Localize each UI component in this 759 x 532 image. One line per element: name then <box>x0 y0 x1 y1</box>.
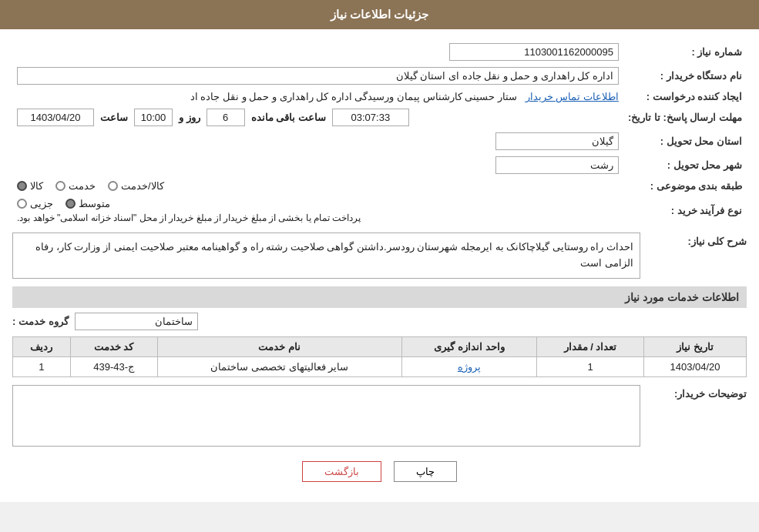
shahr-label: شهر محل تحویل : <box>623 153 747 177</box>
toseeh-label: توضیحات خریدار: <box>646 385 747 400</box>
tabaqe-kala-radio[interactable] <box>17 181 27 191</box>
grohe-khedmat-row: ساختمان گروه خدمت : <box>12 313 747 330</box>
tabaqe-label: طبقه بندی موضوعی : <box>623 177 747 195</box>
ijad-konande-value: اطلاعات تماس خریدار ستار حسینی کارشناس پ… <box>12 88 623 105</box>
noe-farayand-note: پرداخت تمام یا بخشی از مبلغ خریدار از مب… <box>17 212 361 223</box>
row-ostan: استان محل تحویل : گیلان <box>12 129 747 153</box>
grohe-khedmat-label: گروه خدمت : <box>12 316 69 327</box>
service-table: تاریخ نیاز تعداد / مقدار واحد اندازه گیر… <box>12 336 747 377</box>
mohlat-saat-remaining: 03:07:33 <box>332 109 409 126</box>
page-header: جزئیات اطلاعات نیاز <box>0 0 759 29</box>
tabaqe-kala-khedmat-label: کالا/خدمت <box>121 180 164 192</box>
shahr-input: رشت <box>495 156 619 174</box>
button-row: چاپ بازگشت <box>12 461 747 482</box>
content-area: شماره نیاز : 1103001162000095 نام دستگاه… <box>0 29 759 502</box>
row-nam: سایر فعالیتهای تخصصی ساختمان <box>157 357 401 377</box>
shomara-niaz-value: 1103001162000095 <box>12 40 623 64</box>
sharh-value-area: احداث راه روستایی گیلاچاکانک به ایرمجله … <box>12 233 640 279</box>
tabaqe-kala-khedmat-radio[interactable] <box>108 181 118 191</box>
mohlat-value: 03:07:33 ساعت باقی مانده 6 روز و 10:00 س… <box>12 105 623 129</box>
mohlat-rooz-label: روز و <box>179 112 200 123</box>
service-table-header: تاریخ نیاز تعداد / مقدار واحد اندازه گیر… <box>13 337 747 357</box>
noe-motavasset-radio[interactable] <box>65 199 76 209</box>
tabaqe-kala-label: کالا <box>30 180 43 192</box>
noe-farayand-radio-row: متوسط جزیی <box>17 198 110 209</box>
ostan-label: استان محل تحویل : <box>623 129 747 153</box>
noe-motavasset[interactable]: متوسط <box>65 198 110 209</box>
mohlat-row: 03:07:33 ساعت باقی مانده 6 روز و 10:00 س… <box>17 109 619 126</box>
col-vahed: واحد اندازه گیری <box>401 337 536 357</box>
mohlat-time-label: ساعت <box>100 112 128 123</box>
page-title: جزئیات اطلاعات نیاز <box>331 8 428 21</box>
row-shomara-niaz: شماره نیاز : 1103001162000095 <box>12 40 747 64</box>
noe-jozi-label: جزیی <box>30 198 53 209</box>
row-tabaqe: طبقه بندی موضوعی : کالا/خدمت خدمت کالا <box>12 177 747 195</box>
row-kod: ج-43-439 <box>70 357 157 377</box>
col-nam: نام خدمت <box>157 337 401 357</box>
tabaqe-khedmat-label: خدمت <box>69 180 96 192</box>
toseeh-row: توضیحات خریدار: <box>12 385 747 449</box>
noe-motavasset-label: متوسط <box>79 198 110 209</box>
row-tarikh: 1403/04/20 <box>644 357 747 377</box>
grohe-khedmat-input: ساختمان <box>75 313 198 330</box>
ijad-konande-label: ایجاد کننده درخواست : <box>623 88 747 105</box>
shomara-niaz-label: شماره نیاز : <box>623 40 747 64</box>
toseeh-textarea-area <box>12 385 640 449</box>
nam-dastgah-input: اداره کل راهداری و حمل و نقل جاده ای است… <box>17 67 619 85</box>
col-tedad: تعداد / مقدار <box>537 337 644 357</box>
table-row: 1403/04/20 1 پروژه سایر فعالیتهای تخصصی … <box>13 357 747 377</box>
service-table-body: 1403/04/20 1 پروژه سایر فعالیتهای تخصصی … <box>13 357 747 377</box>
row-ijad-konande: ایجاد کننده درخواست : اطلاعات تماس خریدا… <box>12 88 747 105</box>
tabaqe-kala[interactable]: کالا <box>17 180 43 192</box>
mohlat-label: مهلت ارسال پاسخ: تا تاریخ: <box>623 105 747 129</box>
tabaqe-khedmat-radio[interactable] <box>55 181 65 191</box>
ijad-konande-link[interactable]: اطلاعات تماس خریدار <box>526 91 619 102</box>
ostan-value: گیلان <box>12 129 623 153</box>
mohlat-saat-label: ساعت باقی مانده <box>251 112 326 123</box>
row-radif: 1 <box>13 357 71 377</box>
tabaqe-kala-khedmat[interactable]: کالا/خدمت <box>108 180 164 192</box>
tabaqe-radio-row: کالا/خدمت خدمت کالا <box>17 180 619 192</box>
ostan-input: گیلان <box>495 132 619 150</box>
ijad-konande-text: ستار حسینی کارشناس پیمان ورسیدگی اداره ک… <box>190 91 517 102</box>
row-shahr: شهر محل تحویل : رشت <box>12 153 747 177</box>
sharh-row: شرح کلی نیاز: احداث راه روستایی گیلاچاکا… <box>12 233 747 279</box>
toseeh-textarea[interactable] <box>12 385 640 447</box>
row-noe-farayand: نوع فرآیند خرید : متوسط جزیی <box>12 195 747 226</box>
col-radif: ردیف <box>13 337 71 357</box>
print-button[interactable]: چاپ <box>394 461 457 482</box>
main-info-table: شماره نیاز : 1103001162000095 نام دستگاه… <box>12 40 747 226</box>
noe-jozi[interactable]: جزیی <box>17 198 53 209</box>
col-tarikh: تاریخ نیاز <box>644 337 747 357</box>
service-header-row: تاریخ نیاز تعداد / مقدار واحد اندازه گیر… <box>13 337 747 357</box>
back-button[interactable]: بازگشت <box>302 461 381 482</box>
khadamat-section-header: اطلاعات خدمات مورد نیاز <box>12 286 747 308</box>
row-mohlat: مهلت ارسال پاسخ: تا تاریخ: 03:07:33 ساعت… <box>12 105 747 129</box>
noe-farayand-label: نوع فرآیند خرید : <box>623 195 747 226</box>
tabaqe-value: کالا/خدمت خدمت کالا <box>12 177 623 195</box>
row-tedad: 1 <box>537 357 644 377</box>
sharh-description-box: احداث راه روستایی گیلاچاکانک به ایرمجله … <box>12 233 640 279</box>
sharh-label: شرح کلی نیاز: <box>646 233 747 247</box>
mohlat-rooz-val: 6 <box>207 109 245 126</box>
tabaqe-khedmat[interactable]: خدمت <box>55 180 96 192</box>
shahr-value: رشت <box>12 153 623 177</box>
mohlat-date-val: 1403/04/20 <box>17 109 94 126</box>
noe-jozi-radio[interactable] <box>17 199 27 209</box>
col-kod: کد خدمت <box>70 337 157 357</box>
row-nam-dastgah: نام دستگاه خریدار : اداره کل راهداری و ح… <box>12 64 747 88</box>
row-vahed[interactable]: پروژه <box>401 357 536 377</box>
noe-farayand-value: متوسط جزیی پرداخت تمام یا بخشی از مبلغ خ… <box>12 195 623 226</box>
mohlat-time-val: 10:00 <box>134 109 173 126</box>
shomara-niaz-input: 1103001162000095 <box>449 43 619 61</box>
nam-dastgah-value: اداره کل راهداری و حمل و نقل جاده ای است… <box>12 64 623 88</box>
page-wrapper: جزئیات اطلاعات نیاز شماره نیاز : 1103001… <box>0 0 759 502</box>
nam-dastgah-label: نام دستگاه خریدار : <box>623 64 747 88</box>
